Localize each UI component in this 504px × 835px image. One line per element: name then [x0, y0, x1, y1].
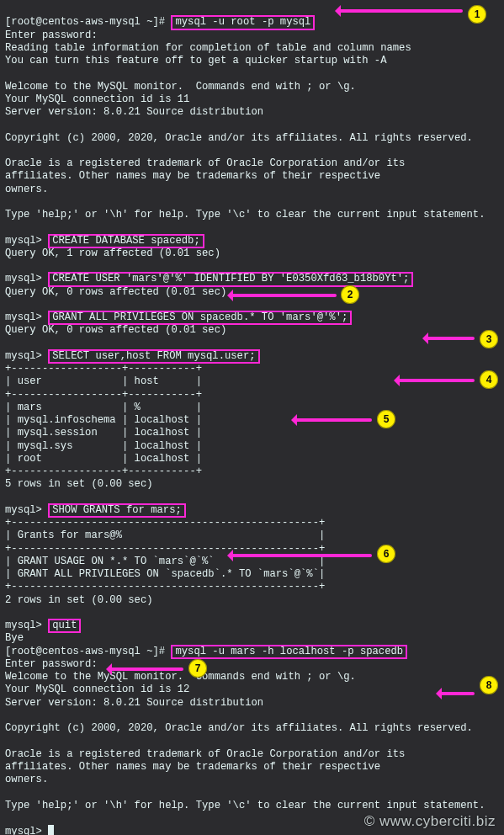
table-border: +------------------+-----------+ — [5, 465, 202, 477]
table-row: | mysql.sys | localhost | — [5, 440, 202, 452]
highlighted-command-1: mysql -u root -p mysql — [171, 15, 315, 29]
table-header: | Grants for mars@% | — [5, 529, 325, 541]
annotation-arrow — [293, 418, 372, 422]
highlighted-command-6: SHOW GRANTS for mars; — [48, 503, 186, 518]
table-border: +------------------+-----------+ — [5, 363, 202, 375]
line: Oracle is a registered trademark of Orac… — [5, 157, 405, 169]
line: Welcome to the MySQL monitor. Commands e… — [5, 671, 356, 683]
line: owners. — [5, 183, 48, 195]
annotation-arrow — [337, 9, 463, 13]
mysql-prompt: mysql> — [5, 620, 48, 631]
highlighted-command-3: CREATE USER 'mars'@'%' IDENTIFIED BY 'E0… — [48, 272, 413, 286]
line: Oracle is a registered trademark of Orac… — [5, 748, 405, 760]
line: Your MySQL connection id is 12 — [5, 683, 189, 695]
line: Server version: 8.0.21 Source distributi… — [5, 697, 263, 709]
line: Your MySQL connection id is 11 — [5, 93, 189, 105]
annotation-arrow — [229, 294, 337, 297]
annotation-arrow — [438, 692, 475, 695]
line: You can turn this feature off to get a q… — [5, 55, 386, 66]
cursor-icon — [48, 825, 54, 835]
annotation-arrow — [395, 379, 475, 382]
table-border: +---------------------------------------… — [5, 543, 325, 555]
watermark-text: © www.cyberciti.biz — [364, 812, 496, 830]
table-row: | mysql.infoschema | localhost | — [5, 414, 202, 426]
highlighted-command-7: quit — [48, 619, 81, 633]
table-row: | GRANT ALL PRIVILEGES ON `spacedb`.* TO… — [5, 568, 325, 580]
mysql-prompt[interactable]: mysql> — [5, 826, 48, 835]
mysql-prompt: mysql> — [5, 235, 48, 247]
line: Copyright (c) 2000, 2020, Oracle and/or … — [5, 132, 473, 144]
table-row: | mars | % | — [5, 402, 202, 413]
annotation-arrow — [424, 337, 475, 340]
highlighted-command-4: GRANT ALL PRIVILEGES ON spacedb.* TO 'ma… — [48, 311, 352, 325]
table-border: +---------------------------------------… — [5, 517, 325, 529]
table-row: | root | localhost | — [5, 453, 202, 465]
line: Enter password: — [5, 29, 98, 41]
mysql-prompt: mysql> — [5, 273, 48, 285]
line: affiliates. Other names may be trademark… — [5, 761, 380, 773]
table-border: +------------------+-----------+ — [5, 389, 202, 401]
table-row: | mysql.session | localhost | — [5, 427, 202, 439]
line: Server version: 8.0.21 Source distributi… — [5, 106, 263, 118]
shell-prompt: [root@centos-aws-mysql ~]# — [5, 646, 171, 657]
line: Query OK, 0 rows affected (0.01 sec) — [5, 324, 226, 336]
terminal-output: [root@centos-aws-mysql ~]# mysql -u root… — [5, 3, 499, 832]
line: Reading table information for completion… — [5, 42, 411, 54]
highlighted-command-2: CREATE DATABASE spacedb; — [48, 234, 204, 248]
table-border: +---------------------------------------… — [5, 581, 325, 593]
table-footer: 2 rows in set (0.00 sec) — [5, 594, 153, 606]
highlighted-command-5: SELECT user,host FROM mysql.user; — [48, 349, 259, 364]
mysql-prompt: mysql> — [5, 311, 48, 323]
line: affiliates. Other names may be trademark… — [5, 170, 380, 182]
line: Query OK, 1 row affected (0.01 sec) — [5, 247, 220, 259]
line: Enter password: — [5, 658, 98, 670]
table-header: | user | host | — [5, 375, 202, 387]
mysql-prompt: mysql> — [5, 350, 48, 362]
table-footer: 5 rows in set (0.00 sec) — [5, 478, 153, 490]
highlighted-command-8: mysql -u mars -h localhost -p spacedb — [171, 645, 407, 659]
line: Type 'help;' or '\h' for help. Type '\c'… — [5, 209, 485, 221]
line: owners. — [5, 774, 48, 785]
annotation-arrow — [108, 667, 183, 671]
line: Copyright (c) 2000, 2020, Oracle and/or … — [5, 722, 473, 734]
line: Welcome to the MySQL monitor. Commands e… — [5, 81, 356, 93]
mysql-prompt: mysql> — [5, 504, 48, 516]
annotation-arrow — [229, 554, 372, 557]
line: Bye — [5, 632, 24, 644]
shell-prompt: [root@centos-aws-mysql ~]# — [5, 16, 171, 28]
line: Query OK, 0 rows affected (0.01 sec) — [5, 286, 226, 298]
line: Type 'help;' or '\h' for help. Type '\c'… — [5, 800, 485, 811]
